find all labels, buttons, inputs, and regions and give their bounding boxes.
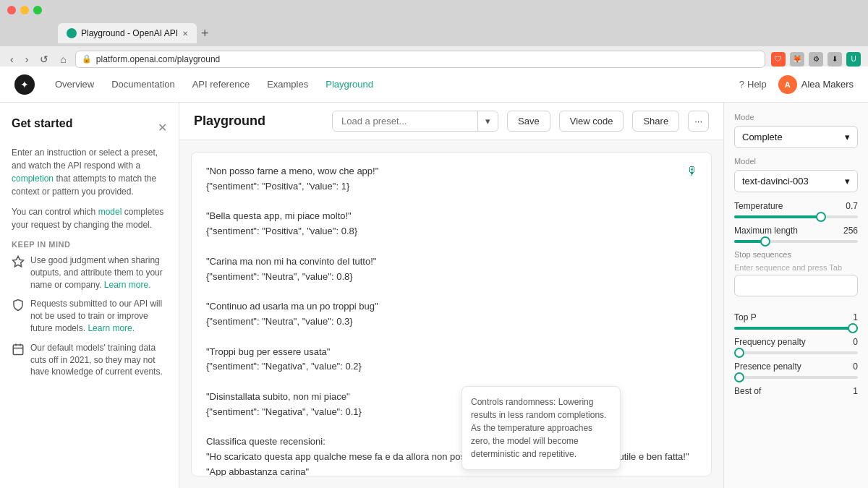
svg-marker-0 — [13, 257, 24, 267]
content-body: 🎙 "Non posso farne a meno, wow che app!"… — [179, 140, 723, 488]
nav-playground[interactable]: Playground — [326, 79, 373, 90]
tab-favicon — [67, 28, 77, 38]
sidebar-item-privacy: Requests submitted to our API will not b… — [12, 298, 167, 334]
preset-input[interactable] — [333, 111, 477, 131]
completion-link[interactable]: completion — [12, 174, 54, 184]
right-panel: Mode Complete ▾ Model text-davinci-003 ▾… — [723, 103, 868, 488]
top-p-slider[interactable] — [734, 327, 858, 330]
model-label: Model — [734, 157, 858, 166]
user-menu-button[interactable]: A Alea Makers — [778, 75, 854, 94]
temperature-row: Temperature 0.7 — [734, 201, 858, 211]
address-bar[interactable]: 🔒 platform.openai.com/playground — [75, 51, 765, 68]
sidebar-item-privacy-text: Requests submitted to our API will not b… — [30, 298, 167, 334]
save-button[interactable]: Save — [507, 111, 550, 132]
nav-overview[interactable]: Overview — [55, 79, 94, 90]
calendar-icon — [12, 343, 25, 356]
max-length-label: Maximum length — [734, 226, 798, 236]
temperature-value: 0.7 — [846, 201, 858, 211]
best-of-section: Best of 1 — [734, 386, 858, 396]
editor-textarea[interactable]: 🎙 "Non posso farne a meno, wow che app!"… — [191, 152, 712, 476]
presence-penalty-thumb[interactable] — [734, 372, 744, 382]
mode-value: Complete — [742, 132, 783, 142]
top-p-fill — [734, 327, 858, 330]
more-options-button[interactable]: ··· — [688, 111, 709, 132]
sidebar-model-text: You can control which model completes yo… — [12, 205, 167, 231]
presence-penalty-section: Presence penalty 0 — [734, 361, 858, 379]
max-length-section: Maximum length 256 — [734, 226, 858, 243]
model-section: Model text-davinci-003 ▾ — [734, 157, 858, 192]
tab-bar: Playground - OpenAI API ✕ + — [0, 20, 868, 46]
new-tab-button[interactable]: + — [201, 26, 209, 41]
tab-title: Playground - OpenAI API — [81, 28, 178, 38]
main-layout: Get started ✕ Enter an instruction or se… — [0, 103, 868, 488]
nav-documentation[interactable]: Documentation — [111, 79, 174, 90]
temperature-fill — [734, 215, 821, 218]
frequency-penalty-slider[interactable] — [734, 351, 858, 354]
presence-penalty-slider[interactable] — [734, 376, 858, 379]
back-button[interactable]: ‹ — [7, 52, 17, 67]
model-link[interactable]: model — [98, 207, 122, 217]
close-traffic-light[interactable] — [7, 6, 16, 14]
preset-selector[interactable]: ▾ — [332, 111, 498, 132]
share-button[interactable]: Share — [632, 111, 679, 132]
view-code-button[interactable]: View code — [559, 111, 624, 132]
microphone-button[interactable]: 🎙 — [682, 161, 702, 181]
max-length-slider[interactable] — [734, 240, 858, 243]
page-title: Playground — [194, 114, 323, 129]
stop-sequences-hint: Enter sequence and press Tab — [734, 263, 858, 272]
frequency-penalty-section: Frequency penalty 0 — [734, 337, 858, 354]
model-select[interactable]: text-davinci-003 ▾ — [734, 170, 858, 192]
content-area: Playground ▾ Save View code Share ··· 🎙 … — [179, 103, 723, 488]
minimize-traffic-light[interactable] — [20, 6, 29, 14]
brave-shield-icon[interactable]: 🛡 — [771, 52, 786, 67]
extension-icon-2[interactable]: ⚙ — [809, 52, 823, 67]
frequency-penalty-thumb[interactable] — [734, 348, 744, 358]
browser-icons: 🛡 🦊 ⚙ ⬇ U — [771, 52, 861, 67]
header-right: ? Help A Alea Makers — [739, 75, 854, 94]
traffic-lights — [7, 6, 42, 14]
learn-more-link-2[interactable]: Learn more. — [88, 323, 135, 333]
help-button[interactable]: ? Help — [739, 79, 767, 90]
max-length-value: 256 — [843, 226, 858, 236]
max-length-thumb[interactable] — [760, 236, 770, 247]
address-text: platform.openai.com/playground — [96, 54, 220, 64]
model-chevron-icon: ▾ — [845, 176, 850, 187]
home-button[interactable]: ⌂ — [57, 52, 69, 67]
user-avatar: A — [778, 75, 797, 94]
top-p-thumb[interactable] — [848, 323, 858, 333]
mode-select[interactable]: Complete ▾ — [734, 126, 858, 148]
tab-close-button[interactable]: ✕ — [182, 30, 188, 38]
sidebar-close-button[interactable]: ✕ — [158, 121, 167, 134]
mode-chevron-icon: ▾ — [845, 132, 850, 142]
extension-icon-4[interactable]: U — [846, 52, 861, 67]
temperature-section: Temperature 0.7 — [734, 201, 858, 218]
browser-chrome: Playground - OpenAI API ✕ + ‹ › ↺ ⌂ 🔒 pl… — [0, 0, 868, 67]
reload-button[interactable]: ↺ — [37, 52, 51, 67]
forward-button[interactable]: › — [22, 52, 32, 67]
learn-more-link-1[interactable]: Learn more. — [104, 280, 151, 290]
preset-chevron-icon[interactable]: ▾ — [477, 111, 498, 131]
best-of-label: Best of — [734, 386, 761, 396]
nav-api-reference[interactable]: API reference — [192, 79, 250, 90]
editor-content[interactable]: "Non posso farne a meno, wow che app!" {… — [206, 164, 697, 476]
help-label: Help — [747, 79, 767, 90]
star-icon — [12, 255, 25, 268]
temperature-slider[interactable] — [734, 215, 858, 218]
sidebar-intro: Enter an instruction or select a preset,… — [12, 146, 167, 198]
maximize-traffic-light[interactable] — [33, 6, 42, 14]
frequency-penalty-row: Frequency penalty 0 — [734, 337, 858, 347]
model-value: text-davinci-003 — [742, 176, 809, 187]
extension-icon-1[interactable]: 🦊 — [790, 52, 804, 67]
sidebar-title: Get started — [12, 117, 72, 130]
extension-icon-3[interactable]: ⬇ — [827, 52, 842, 67]
mode-label: Mode — [734, 113, 858, 121]
openai-logo: ✦ — [14, 74, 35, 95]
temperature-thumb[interactable] — [816, 212, 826, 222]
nav-examples[interactable]: Examples — [267, 79, 308, 90]
stop-sequences-input[interactable] — [734, 275, 858, 296]
top-p-value: 1 — [853, 312, 858, 322]
browser-tab[interactable]: Playground - OpenAI API ✕ — [58, 23, 197, 43]
user-name: Alea Makers — [801, 79, 854, 90]
sidebar-item-training: Our default models' training data cuts o… — [12, 342, 167, 378]
help-icon: ? — [739, 79, 744, 90]
